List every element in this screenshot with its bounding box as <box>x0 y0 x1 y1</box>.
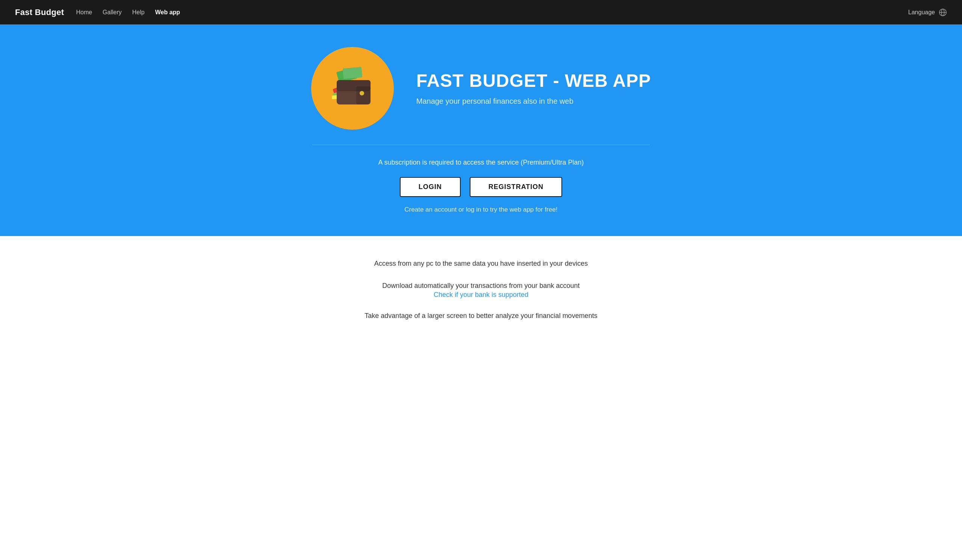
feature-text-3: Take advantage of a larger screen to bet… <box>365 311 597 321</box>
hero-subtitle: Manage your personal finances also in th… <box>416 97 651 106</box>
feature-item-2: Download automatically your transactions… <box>382 281 579 299</box>
hero-title: FAST BUDGET - WEB APP <box>416 71 651 91</box>
free-trial-text: Create an account or log in to try the w… <box>404 206 557 213</box>
wallet-svg <box>326 66 379 111</box>
navbar: Fast Budget Home Gallery Help Web app La… <box>0 0 962 24</box>
feature-item-3: Take advantage of a larger screen to bet… <box>365 311 597 321</box>
nav-link-webapp[interactable]: Web app <box>155 9 180 15</box>
svg-rect-12 <box>356 86 371 105</box>
globe-icon <box>939 8 947 16</box>
hero-top: FAST BUDGET - WEB APP Manage your person… <box>311 47 651 130</box>
hero-section: FAST BUDGET - WEB APP Manage your person… <box>0 24 962 236</box>
feature-text-2: Download automatically your transactions… <box>382 281 579 291</box>
hero-buttons: LOGIN REGISTRATION <box>400 177 563 197</box>
subscription-text: A subscription is required to access the… <box>378 158 584 166</box>
nav-item-gallery[interactable]: Gallery <box>103 9 122 16</box>
nav-left: Fast Budget Home Gallery Help Web app <box>15 8 180 17</box>
nav-link-gallery[interactable]: Gallery <box>103 9 122 15</box>
features-section: Access from any pc to the same data you … <box>0 236 962 344</box>
login-button[interactable]: LOGIN <box>400 177 461 197</box>
nav-item-webapp[interactable]: Web app <box>155 9 180 16</box>
nav-logo[interactable]: Fast Budget <box>15 8 64 17</box>
hero-text-block: FAST BUDGET - WEB APP Manage your person… <box>416 71 651 106</box>
nav-item-home[interactable]: Home <box>76 9 92 16</box>
bank-support-link[interactable]: Check if your bank is supported <box>434 291 528 299</box>
language-label[interactable]: Language <box>908 9 935 16</box>
feature-text-1: Access from any pc to the same data you … <box>374 258 588 269</box>
wallet-illustration <box>311 47 394 130</box>
hero-divider <box>312 145 650 145</box>
feature-item-1: Access from any pc to the same data you … <box>374 258 588 269</box>
nav-right[interactable]: Language <box>908 8 947 16</box>
nav-link-help[interactable]: Help <box>132 9 145 15</box>
nav-link-home[interactable]: Home <box>76 9 92 15</box>
nav-item-help[interactable]: Help <box>132 9 145 16</box>
registration-button[interactable]: REGISTRATION <box>470 177 563 197</box>
svg-rect-4 <box>343 67 362 79</box>
nav-links: Home Gallery Help Web app <box>76 9 180 16</box>
